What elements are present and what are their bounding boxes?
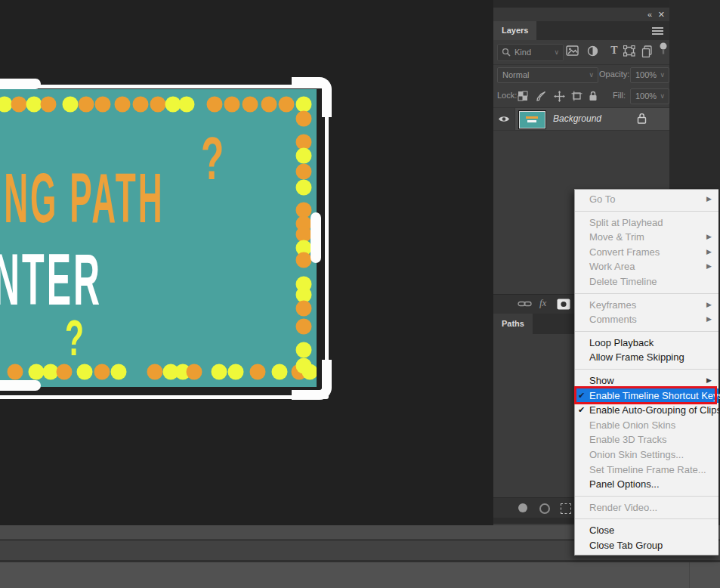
lock-all-icon[interactable] [589,91,604,101]
menu-item-show[interactable]: Show▶ [575,373,718,388]
lock-position-move-icon[interactable] [554,91,569,102]
artwork-dot [261,97,277,113]
menu-item-label: Loop Playback [589,337,654,348]
blend-mode-row: Normal ∨ Opacity: 100% ∨ [493,65,669,86]
submenu-arrow-icon: ▶ [706,312,712,327]
layer-row-background[interactable]: Background [493,108,669,131]
menu-item-panel-options[interactable]: Panel Options... [575,477,718,492]
collapse-panels-icon[interactable]: « [647,9,651,20]
menu-item-split-at-playhead[interactable]: Split at Playhead [575,215,718,231]
menu-item-label: Close Tab Group [589,540,663,551]
transform-handle-bottom-right[interactable] [292,360,332,400]
menu-item-enable-onion-skins[interactable]: Enable Onion Skins [575,418,718,433]
close-panel-icon[interactable]: ✕ [658,9,665,20]
artwork-dot [150,97,166,113]
filter-shape-layers-icon[interactable] [623,45,638,57]
artwork-dot [296,148,312,164]
menu-item-allow-frame-skipping[interactable]: Allow Frame Skipping [575,350,718,365]
artwork-dot [94,364,110,380]
menu-item-work-area[interactable]: Work Area▶ [575,259,718,274]
menu-item-move-trim[interactable]: Move & Trim▶ [575,230,718,245]
load-path-as-selection-icon[interactable] [561,503,571,514]
menu-item-convert-frames[interactable]: Convert Frames▶ [575,245,718,260]
menu-item-close-tab-group[interactable]: Close Tab Group [575,538,718,553]
fill-field[interactable]: 100% ∨ [630,88,669,104]
filter-kind-label: Kind [515,45,531,60]
artwork-headline: ING PATH [0,163,164,233]
menu-item-label: Enable Timeline Shortcut Keys [589,390,720,401]
menu-item-render-video[interactable]: Render Video... [575,500,718,515]
menu-item-enable-timeline-shortcut-keys[interactable]: ✔Enable Timeline Shortcut Keys [575,388,718,404]
filter-toggle-pin-icon[interactable] [659,42,674,56]
chevron-down-icon: ∨ [554,45,559,60]
checkmark-icon: ✔ [578,403,585,418]
tab-paths[interactable]: Paths [493,314,533,334]
menu-item-delete-timeline[interactable]: Delete Timeline [575,274,718,289]
layers-panel-menu-icon[interactable] [652,27,663,35]
transform-handle-right-middle[interactable] [311,212,321,263]
menu-item-close[interactable]: Close [575,523,718,538]
add-layer-mask-icon[interactable] [557,299,570,310]
menu-separator [575,496,718,497]
menu-item-label: Close [589,525,614,536]
transform-handle-bottom-left[interactable] [0,380,41,391]
layer-name[interactable]: Background [553,113,601,124]
fill-label: Fill: [613,91,626,100]
tab-layers[interactable]: Layers [493,21,536,40]
menu-item-go-to[interactable]: Go To▶ [575,192,718,207]
layer-style-fx-icon[interactable]: fx [539,297,546,309]
menu-item-label: Go To [589,193,615,205]
fill-value: 100% [635,91,657,101]
document-artboard[interactable]: ING PATH ? NTER ? [0,89,317,387]
eye-icon [498,115,510,123]
menu-item-label: Render Video... [589,502,657,513]
artwork-dot [228,364,244,380]
lock-transparency-icon[interactable] [518,91,533,101]
filter-smart-object-icon[interactable] [641,45,657,57]
menu-item-label: Set Timeline Frame Rate... [589,464,706,475]
submenu-arrow-icon: ▶ [706,259,712,274]
layer-thumbnail[interactable] [518,110,546,129]
filter-pixel-layers-icon[interactable] [566,45,581,56]
fill-path-icon[interactable] [518,503,527,512]
artwork-dot [296,301,312,317]
artwork-dot [296,252,312,268]
menu-item-enable-3d-tracks[interactable]: Enable 3D Tracks [575,432,718,447]
artwork-dot [133,97,149,113]
artwork-dot [272,364,288,380]
application-window: ING PATH ? NTER ? « ✕ Layers [0,0,720,588]
artwork-dot [26,97,42,113]
transform-handle-top-right[interactable] [292,77,332,117]
opacity-field[interactable]: 100% ∨ [630,67,669,83]
submenu-arrow-icon: ▶ [706,298,712,313]
menu-item-keyframes[interactable]: Keyframes▶ [575,298,718,313]
lock-image-brush-icon[interactable] [536,91,551,101]
menu-item-onion-skin-settings[interactable]: Onion Skin Settings... [575,447,718,463]
artwork-dot [296,319,312,335]
menu-item-label: Split at Playhead [589,217,663,228]
transform-handle-top-left[interactable] [0,79,41,89]
filter-kind-dropdown[interactable]: Kind ∨ [497,44,564,61]
menu-item-label: Onion Skin Settings... [589,449,684,460]
artwork-dot [296,180,312,196]
layer-visibility-cell[interactable] [493,108,515,130]
link-layers-icon[interactable] [518,300,532,308]
menu-item-label: Keyframes [589,299,636,311]
menu-item-loop-playback[interactable]: Loop Playback [575,336,718,351]
filter-adjustment-layers-icon[interactable] [587,45,602,57]
stroke-path-icon[interactable] [539,503,550,514]
menu-item-label: Work Area [589,261,635,272]
timeline-track-divider [689,562,690,588]
menu-item-comments[interactable]: Comments▶ [575,312,718,327]
lock-artboard-icon[interactable] [571,91,586,101]
canvas-area[interactable]: ING PATH ? NTER ? [0,0,493,525]
menu-item-set-timeline-frame-rate[interactable]: Set Timeline Frame Rate... [575,463,718,478]
submenu-arrow-icon: ▶ [706,230,712,245]
menu-separator [575,518,718,519]
artwork-dot [296,342,312,358]
artwork-question-mark-yellow: ? [65,313,84,363]
filter-type-layers-icon[interactable]: T [607,45,622,57]
artwork-dot [207,97,223,113]
blend-mode-dropdown[interactable]: Normal ∨ [497,67,598,83]
menu-item-enable-auto-grouping-of-clips[interactable]: ✔Enable Auto-Grouping of Clips [575,403,718,418]
